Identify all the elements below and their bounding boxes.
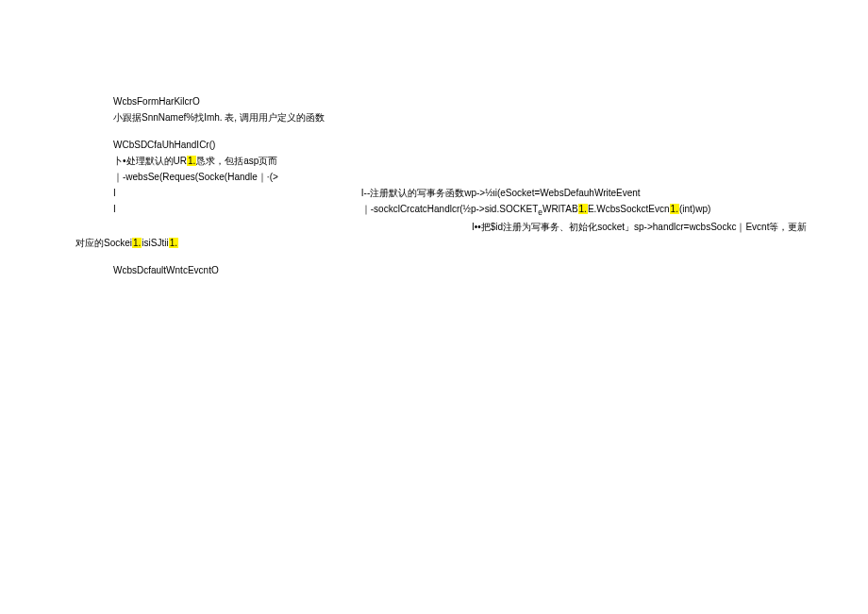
text-2a-end: 恳求，包括asp页而: [196, 156, 277, 166]
desc-1: 小跟据SnnNamef%找Imh. 表, 调用用户定义的函数: [75, 110, 868, 124]
text-2f-mid: isiSJtii: [142, 238, 168, 248]
highlight-2d-2: 1.: [670, 204, 679, 214]
desc-2b: ｜-websSe(Reques(Socke(Handle｜·(>: [75, 170, 868, 184]
func-name-1: WcbsFormHarKilcrO: [75, 94, 868, 108]
desc-2d-row: I｜-sockclCrcatcHandlcr(½p->sid.SOCKETeWR…: [75, 202, 868, 218]
desc-2e: I••把$id注册为写事务、初始化socket」sp->handlcr=wcbs…: [75, 220, 868, 234]
right-2d: ｜-sockclCrcatcHandlcr(½p->sid.SOCKETeWRl…: [361, 202, 711, 218]
right-2d-c: E.WcbsSockctEvcn: [588, 204, 670, 214]
highlight-2f-1: 1.: [132, 238, 142, 248]
func-name-3: WcbsDcfaultWntcEvcntO: [75, 263, 868, 277]
desc-2f: 对应的Sockei1.isiSJtii1.: [75, 236, 868, 250]
gap-1: [75, 126, 868, 138]
highlight-2d-1: 1.: [578, 204, 588, 214]
bar-2c: I: [113, 188, 116, 198]
bar-2d: I: [113, 204, 116, 214]
desc-2a: 卜•处理默认的UR1.恳求，包括asp页而: [75, 154, 868, 168]
func-name-2: WCbSDCfaUhHandICr(): [75, 138, 868, 152]
highlight-2a: 1.: [187, 156, 196, 166]
text-2f-start: 对应的Sockei: [75, 238, 132, 248]
right-2d-a: ｜-sockclCrcatcHandlcr(½p->sid.SOCKET: [361, 204, 539, 214]
desc-2c-row: II--注册默认的写事务函数wp->½ιi(eSocket=WebsDefauh…: [75, 186, 868, 200]
highlight-2f-2: 1.: [169, 238, 178, 248]
right-2d-b: WRlTAB: [542, 204, 578, 214]
gap-2: [75, 252, 868, 263]
text-2a-start: 卜•处理默认的UR: [113, 156, 187, 166]
right-2d-d: (int)wp): [679, 204, 710, 214]
right-2c: I--注册默认的写事务函数wp->½ιi(eSocket=WebsDefauhW…: [361, 186, 641, 200]
